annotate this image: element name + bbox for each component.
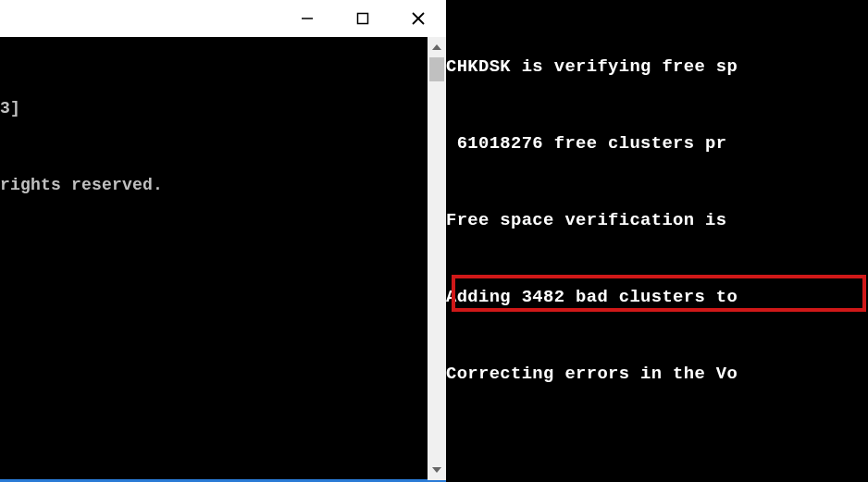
scroll-down-arrow-icon[interactable] (428, 460, 446, 480)
svg-rect-1 (358, 14, 368, 24)
window-titlebar (0, 0, 446, 37)
close-icon (411, 11, 426, 26)
chkdsk-line: 61018276 free clusters pr (446, 131, 868, 157)
maximize-button[interactable] (335, 0, 391, 37)
minimize-icon (301, 12, 314, 25)
chkdsk-output-pane: CHKDSK is verifying free sp 61018276 fre… (446, 0, 868, 482)
cmd-line: 3] (0, 96, 440, 122)
cmd-line: rights reserved. (0, 173, 440, 199)
svg-marker-4 (432, 44, 441, 50)
maximize-icon (356, 12, 369, 25)
chkdsk-line: Correcting errors in the Vo (446, 362, 868, 388)
command-prompt-window: 3] rights reserved. (0, 0, 446, 482)
scroll-up-arrow-icon[interactable] (428, 37, 446, 57)
scroll-thumb[interactable] (429, 57, 444, 81)
vertical-scrollbar[interactable] (428, 37, 446, 480)
svg-marker-5 (432, 467, 441, 473)
chkdsk-line: Free space verification is (446, 208, 868, 234)
chkdsk-line: Adding 3482 bad clusters to (446, 285, 868, 311)
chkdsk-line: CHKDSK is verifying free sp (446, 55, 868, 80)
scroll-track[interactable] (428, 57, 446, 460)
minimize-button[interactable] (279, 0, 335, 37)
command-prompt-content: 3] rights reserved. (0, 37, 446, 479)
close-button[interactable] (391, 0, 446, 37)
